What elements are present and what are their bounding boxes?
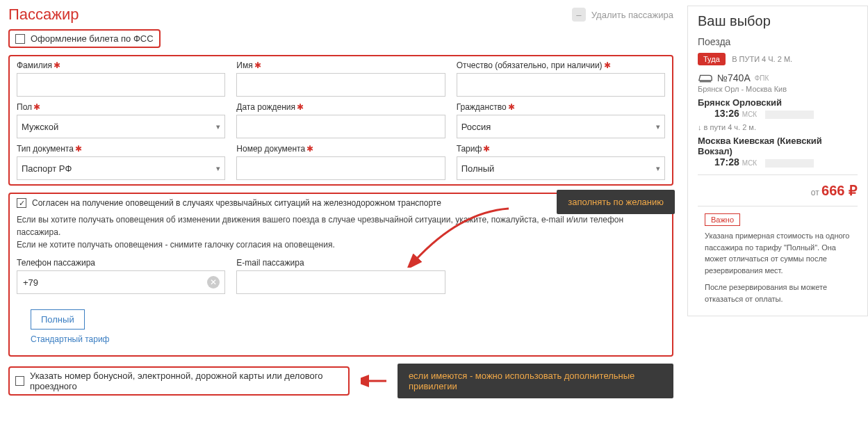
fss-checkbox[interactable] [15,34,25,44]
passenger-title: Пассажир [8,6,79,24]
doc-number-label: Номер документа✱ [236,144,445,154]
train-number: №740А [717,72,751,83]
chevron-down-icon: ▾ [656,164,660,173]
fss-highlight: Оформление билета по ФСС [8,29,161,48]
phone-label: Телефон пассажира [17,258,225,268]
fss-label: Оформление билета по ФСС [31,33,154,44]
travel-time-header: В ПУТИ 4 Ч. 2 М. [732,55,792,63]
tariff-standard-link[interactable]: Стандартный тариф [31,334,109,344]
patronymic-label: Отчество (обязательно, при наличии)✱ [457,60,665,70]
doc-type-select[interactable]: Паспорт РФ▾ [17,156,225,180]
your-choice-panel: Ваш выбор Поезда Туда В ПУТИ 4 Ч. 2 М. №… [687,6,868,316]
in-way-label: ↓ в пути 4 ч. 2 м. [698,123,858,131]
doc-number-input[interactable] [236,156,445,180]
time-departure: 13:26МСК [714,108,757,119]
chevron-down-icon: ▾ [216,122,220,131]
phone-input[interactable] [17,270,225,294]
arrow-icon [361,374,386,388]
important-note-1: Указана примерная стоимость на одного па… [705,230,858,276]
dob-input[interactable] [236,115,445,138]
time-arrival: 17:28МСК [714,156,757,168]
citizenship-label: Гражданство✱ [457,102,665,112]
delete-passenger-button[interactable]: – Удалить пассажира [572,8,673,22]
surname-label: Фамилия✱ [17,60,225,70]
email-input[interactable] [236,270,445,294]
notify-consent-label: Согласен на получение оповещений в случа… [32,198,441,208]
price-row: от 666 ₽ [698,182,858,199]
clear-icon[interactable]: ✕ [207,276,220,288]
chevron-down-icon: ▾ [216,164,220,173]
bonus-highlight: Указать номер бонусной, электронной, дор… [8,366,350,396]
tariff-select[interactable]: Полный▾ [457,156,665,180]
name-input[interactable] [236,73,445,97]
trains-subtitle: Поезда [698,36,858,47]
notify-description: Если вы хотите получать оповещения об из… [17,213,665,251]
important-badge: Важно [705,213,740,226]
delete-passenger-label: Удалить пассажира [591,10,673,20]
important-note-2: После резервирования вы можете отказатьс… [705,282,858,304]
tariff-full-button[interactable]: Полный [31,309,85,330]
tariff-label: Тариф✱ [457,144,665,154]
station-to: Москва Киевская (Киевский Вокзал) [698,136,858,156]
carrier-label: ФПК [755,74,769,82]
bonus-checkbox[interactable] [15,376,24,386]
surname-input[interactable] [17,73,225,97]
callout-privileges: если имеются - можно использовать дополн… [398,364,673,398]
callout-optional: заполнять по желанию [557,190,675,214]
email-label: E-mail пассажира [236,258,445,268]
date-blurred [765,159,814,168]
route-short: Брянск Орл - Москва Кив [698,85,858,93]
gender-label: Пол✱ [17,102,225,112]
station-from: Брянск Орловский [698,97,858,108]
notify-checkbox[interactable] [17,198,26,208]
citizenship-select[interactable]: Россия▾ [457,115,665,138]
chevron-down-icon: ▾ [656,122,660,131]
minus-icon: – [572,8,586,22]
patronymic-input[interactable] [457,73,665,97]
bonus-label: Указать номер бонусной, электронной, дор… [30,371,343,391]
name-label: Имя✱ [236,60,445,70]
fss-checkbox-row[interactable]: Оформление билета по ФСС [15,33,154,44]
gender-select[interactable]: Мужской▾ [17,115,225,138]
your-choice-title: Ваш выбор [698,13,858,29]
notify-highlight: Согласен на получение оповещений в случа… [8,193,673,357]
bonus-checkbox-row[interactable]: Указать номер бонусной, электронной, дор… [15,371,343,391]
direction-badge: Туда [698,53,726,65]
personal-data-highlight: Фамилия✱ Имя✱ Отчество (обязательно, при… [8,55,673,186]
doc-type-label: Тип документа✱ [17,144,225,154]
dob-label: Дата рождения✱ [236,102,445,112]
price-value: 666 ₽ [821,183,858,198]
train-icon [698,72,713,83]
date-blurred [765,111,814,119]
